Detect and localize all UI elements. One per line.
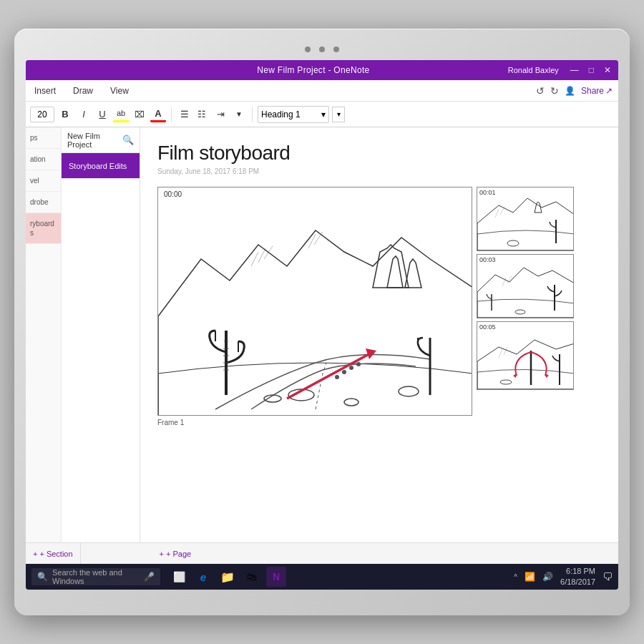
ordered-list-button[interactable]: ☷ [194,107,210,122]
search-placeholder: Search the web and Windows [52,568,140,585]
menu-insert[interactable]: Insert [31,84,59,97]
page-label: + Page [166,550,191,558]
add-page-button[interactable]: + + Page [152,543,199,564]
side-frame-3: 00:05 [477,321,574,390]
svg-point-10 [335,375,339,379]
menu-view[interactable]: View [107,84,132,97]
main-frame-timestamp: 00:00 [161,189,185,200]
edge-button[interactable]: e [193,567,213,587]
svg-point-13 [356,362,361,366]
user-name: Ronald Baxley [508,66,559,74]
left-sidebar: ps ation vel drobe ryboards New Film Pro… [26,127,140,542]
mic-icon[interactable]: 🎤 [144,572,155,582]
camera-dot-2 [319,47,325,52]
undo-button[interactable]: ↺ [536,85,545,97]
side-frame-3-illustration [477,322,574,389]
menu-draw[interactable]: Draw [70,84,96,97]
ribbon-expand-button[interactable]: ▾ [332,107,345,122]
menu-bar: Insert Draw View ↺ ↻ 👤 Share ↗ [26,80,618,102]
heading-dropdown[interactable]: Heading 1 ▾ [258,106,329,123]
font-color-button[interactable]: A [150,107,166,122]
share-button[interactable]: Share ↗ [581,86,613,96]
page-title: Film storyboard [157,142,601,165]
ribbon-separator-1 [171,107,172,122]
italic-button[interactable]: I [76,107,92,122]
chevron-down-icon: ▾ [321,109,326,119]
volume-icon: 🔊 [542,572,553,582]
close-button[interactable]: ✕ [604,65,611,75]
side-frame-2-illustration [477,255,574,318]
taskbar-right: ^ 📶 🔊 6:18 PM 6/18/2017 🗨 [514,566,613,588]
indent-button[interactable]: ⇥ [213,107,228,122]
bold-button[interactable]: B [57,107,73,122]
notification-icon[interactable]: 🗨 [602,571,613,582]
section-label: + Section [39,550,72,558]
redo-button[interactable]: ↻ [550,85,559,97]
notebook-title: New Film Project [67,132,119,149]
side-frame-1-timestamp: 00:01 [479,189,496,196]
task-view-button[interactable]: ⬜ [169,567,189,587]
indent-more-button[interactable]: ▼ [231,107,247,122]
share-arrow-icon: ↗ [605,86,613,96]
page-label: Storyboard Edits [69,162,127,170]
screen: New Film Project - OneNote Ronald Baxley… [26,60,618,590]
taskbar: 🔍 Search the web and Windows 🎤 ⬜ e 📁 🛍 N… [26,564,618,590]
sidebar-item-ps[interactable]: ps [26,127,61,149]
store-button[interactable]: 🛍 [242,567,262,587]
onenote-button[interactable]: N [266,567,286,587]
main-frame-label: Frame 1 [157,419,472,426]
person-icon: 👤 [565,86,575,96]
side-frame-2-timestamp: 00:03 [479,256,496,263]
taskbar-search[interactable]: 🔍 Search the web and Windows 🎤 [31,568,160,585]
minimize-button[interactable]: — [570,65,579,75]
title-bar-right: Ronald Baxley — □ ✕ [508,65,611,75]
section-panel: ps ation vel drobe ryboards [26,127,62,542]
list-buttons: ☰ ☷ [177,107,210,122]
side-frames: 00:01 [477,187,574,390]
main-frame: 00:00 [157,187,472,426]
side-frame-1: 00:01 [477,187,574,251]
page-date: Sunday, June 18, 2017 6:18 PM [157,167,601,175]
content-area[interactable]: Film storyboard Sunday, June 18, 2017 6:… [140,127,618,542]
main-frame-illustration [158,187,472,416]
taskbar-clock: 6:18 PM 6/18/2017 [560,566,595,588]
ribbon: B I U ab ⌧ A ☰ ☷ ⇥ ▼ Heading 1 ▾ ▾ [26,102,618,127]
taskbar-date: 6/18/2017 [560,577,595,587]
ribbon-separator-2 [252,107,253,122]
sidebar-item-vel[interactable]: vel [26,170,61,192]
window-controls: — □ ✕ [570,65,611,75]
sidebar-item-drobe[interactable]: drobe [26,192,61,213]
page-storyboard-edits[interactable]: Storyboard Edits [62,153,140,179]
search-icon-taskbar: 🔍 [37,572,48,582]
wifi-icon: 📶 [525,572,535,582]
font-size-input[interactable] [30,107,54,122]
system-tray-icon-expand[interactable]: ^ [514,573,517,581]
underline-button[interactable]: U [94,107,110,122]
menu-bar-right: ↺ ↻ 👤 Share ↗ [536,85,613,97]
heading-label: Heading 1 [261,109,318,119]
sidebar-item-ryboards[interactable]: ryboards [26,213,61,244]
side-frame-2: 00:03 [477,254,574,318]
device: New Film Project - OneNote Ronald Baxley… [14,29,630,615]
main-area: ps ation vel drobe ryboards New Film Pro… [26,127,618,542]
bottom-bar: + + Section + + Page [26,542,618,564]
camera-bar [26,42,618,57]
camera-dot-3 [333,47,339,52]
search-icon[interactable]: 🔍 [122,135,134,145]
side-frame-3-timestamp: 00:05 [479,323,496,331]
storyboard-container: 00:00 [157,187,601,426]
highlight-button[interactable]: ab [113,107,129,122]
plus-icon-page: + [160,550,164,558]
taskbar-apps: ⬜ e 📁 🛍 N [169,567,286,587]
add-section-button[interactable]: + + Section [26,543,81,564]
svg-point-12 [349,366,353,370]
plus-icon: + [33,550,37,558]
taskbar-time: 6:18 PM [560,566,595,577]
pages-panel: New Film Project 🔍 Storyboard Edits [62,127,140,542]
svg-point-11 [342,370,346,374]
sidebar-item-ation[interactable]: ation [26,149,61,170]
file-explorer-button[interactable]: 📁 [218,567,238,587]
maximize-button[interactable]: □ [589,65,594,75]
unordered-list-button[interactable]: ☰ [177,107,192,122]
clear-format-button[interactable]: ⌧ [132,107,147,122]
